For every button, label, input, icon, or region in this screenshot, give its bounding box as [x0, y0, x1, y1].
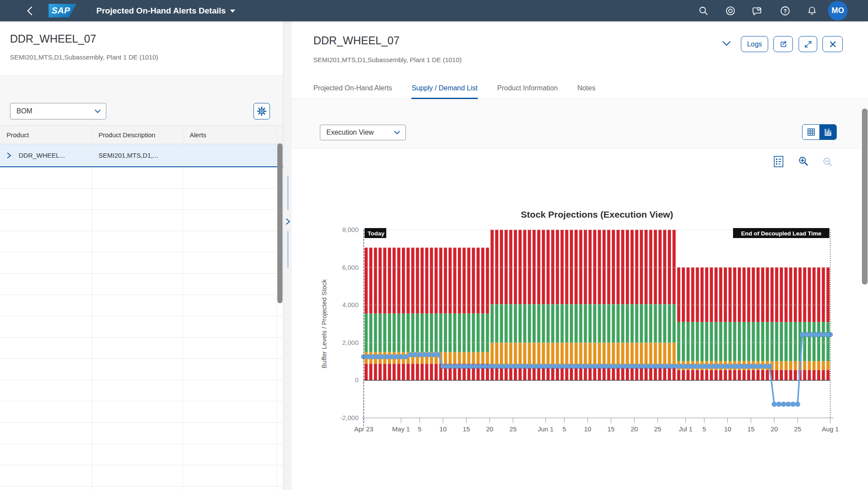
execution-view-value: Execution View [326, 129, 374, 136]
sap-logo[interactable]: SAP [49, 4, 76, 17]
collapse-header-chevron-icon[interactable] [720, 39, 733, 49]
app-title-menu[interactable]: Projected On-Hand Alerts Details [96, 0, 235, 21]
cell-product-description: SEMI201,MTS,D1,... [92, 144, 183, 166]
chart-card: Stock Projections (Execution View)Buffer… [292, 149, 868, 490]
table-row[interactable] [0, 231, 283, 252]
table-row[interactable] [0, 444, 283, 465]
table-row[interactable] [0, 338, 283, 359]
svg-text:6,000: 6,000 [342, 264, 358, 271]
svg-text:20: 20 [771, 425, 778, 433]
svg-text:Jun 1: Jun 1 [538, 425, 554, 433]
tab-supply-demand-list[interactable]: Supply / Demand List [411, 78, 477, 99]
product-table-body: DDR_WHEEL... SEMI201,MTS,D1,... [0, 144, 283, 490]
table-row[interactable] [0, 167, 283, 189]
svg-text:25: 25 [654, 425, 661, 433]
svg-text:May 1: May 1 [392, 425, 410, 433]
svg-text:10: 10 [439, 425, 447, 433]
svg-text:10: 10 [724, 425, 731, 433]
settings-gear-button[interactable] [253, 103, 270, 119]
close-button[interactable] [822, 36, 843, 52]
gear-icon [256, 106, 267, 116]
table-row[interactable] [0, 380, 283, 401]
svg-text:Buffer Levels / Projected Stoc: Buffer Levels / Projected Stock [320, 279, 328, 368]
table-row[interactable] [0, 423, 283, 444]
tab-notes[interactable]: Notes [577, 78, 595, 99]
product-table-header: Product Product Description Alerts [0, 125, 283, 144]
table-chart-view-toggle [802, 124, 837, 140]
table-row[interactable] [0, 465, 283, 487]
splitter-grip [288, 176, 288, 210]
svg-text:5: 5 [562, 425, 566, 433]
table-grid-icon [807, 128, 815, 136]
back-icon[interactable] [25, 6, 36, 16]
svg-text:4,000: 4,000 [342, 301, 358, 308]
share-icon [779, 40, 788, 49]
table-row[interactable] [0, 316, 283, 338]
svg-text:5: 5 [418, 425, 421, 433]
tab-projected-on-hand-alerts[interactable]: Projected On-Hand Alerts [313, 78, 392, 99]
svg-text:Stock Projections (Execution V: Stock Projections (Execution View) [521, 209, 673, 219]
svg-text:End of Decoupled Lead Time: End of Decoupled Lead Time [741, 230, 822, 237]
bar-chart-icon [824, 128, 832, 136]
left-panel-toolbar: BOM [0, 75, 283, 125]
table-row[interactable] [0, 274, 283, 295]
svg-text:Today: Today [368, 230, 385, 237]
stock-projections-chart: Stock Projections (Execution View)Buffer… [292, 165, 861, 490]
chevron-down-icon [394, 131, 400, 135]
copilot-icon[interactable] [725, 5, 736, 17]
close-icon [829, 40, 837, 48]
svg-text:8,000: 8,000 [342, 226, 358, 233]
table-view-toggle-button[interactable] [802, 125, 819, 139]
svg-text:2,000: 2,000 [342, 339, 358, 346]
svg-text:20: 20 [631, 425, 638, 433]
table-row[interactable] [0, 210, 283, 231]
detail-panel: DDR_WHEEL_07 SEMI201,MTS,D1,Subassembly,… [292, 21, 868, 490]
product-list-panel: DDR_WHEEL_07 SEMI201,MTS,D1,Subassembly,… [0, 21, 283, 490]
table-row[interactable] [0, 189, 283, 210]
page-scrollbar-thumb[interactable] [862, 109, 868, 285]
notifications-bell-icon[interactable] [806, 5, 818, 17]
left-panel-title: DDR_WHEEL_07 [10, 33, 96, 45]
svg-text:25: 25 [510, 425, 517, 433]
chevron-down-icon [95, 109, 101, 113]
svg-text:25: 25 [794, 425, 801, 433]
svg-text:10: 10 [584, 425, 592, 433]
table-row[interactable] [0, 487, 283, 490]
app-title: Projected On-Hand Alerts Details [96, 6, 226, 15]
bom-view-select[interactable]: BOM [10, 103, 106, 119]
tab-product-information[interactable]: Product Information [497, 78, 558, 99]
title-caret-icon [230, 10, 235, 13]
help-icon[interactable]: ? [779, 5, 791, 17]
svg-text:5: 5 [703, 425, 706, 433]
left-panel-scrollbar-thumb[interactable] [277, 143, 283, 303]
svg-text:?: ? [783, 8, 787, 14]
column-header-product[interactable]: Product [0, 126, 92, 144]
detail-tab-strip: Projected On-Hand Alerts Supply / Demand… [292, 78, 868, 99]
bom-select-value: BOM [16, 107, 32, 115]
feedback-icon[interactable] [752, 5, 763, 17]
table-row[interactable] [0, 252, 283, 274]
search-icon[interactable] [698, 5, 709, 17]
fullscreen-button[interactable] [799, 36, 817, 52]
execution-view-select[interactable]: Execution View [320, 125, 406, 140]
left-panel-subtitle: SEMI201,MTS,D1,Subassembly, Plant 1 DE (… [10, 53, 158, 61]
logs-button[interactable]: Logs [741, 36, 768, 52]
row-expand-chevron-icon[interactable] [7, 152, 14, 159]
expand-panel-chevron-icon[interactable] [285, 218, 291, 227]
left-panel-header: DDR_WHEEL_07 SEMI201,MTS,D1,Subassembly,… [0, 21, 283, 75]
column-header-product-description[interactable]: Product Description [92, 126, 183, 144]
cell-product: DDR_WHEEL... [19, 152, 65, 159]
svg-text:15: 15 [747, 425, 755, 433]
share-button[interactable] [773, 36, 793, 52]
table-row[interactable] [0, 401, 283, 423]
panel-splitter[interactable] [283, 21, 292, 490]
table-row[interactable] [0, 359, 283, 380]
splitter-grip [288, 231, 288, 268]
table-row[interactable] [0, 295, 283, 316]
detail-subtitle: SEMI201,MTS,D1,Subassembly, Plant 1 DE (… [313, 56, 462, 63]
avatar[interactable]: MO [828, 1, 848, 20]
svg-text:-2,000: -2,000 [340, 414, 358, 421]
table-row-selected[interactable]: DDR_WHEEL... SEMI201,MTS,D1,... [0, 144, 283, 167]
column-header-alerts[interactable]: Alerts [183, 126, 277, 144]
chart-view-toggle-button[interactable] [819, 125, 836, 139]
